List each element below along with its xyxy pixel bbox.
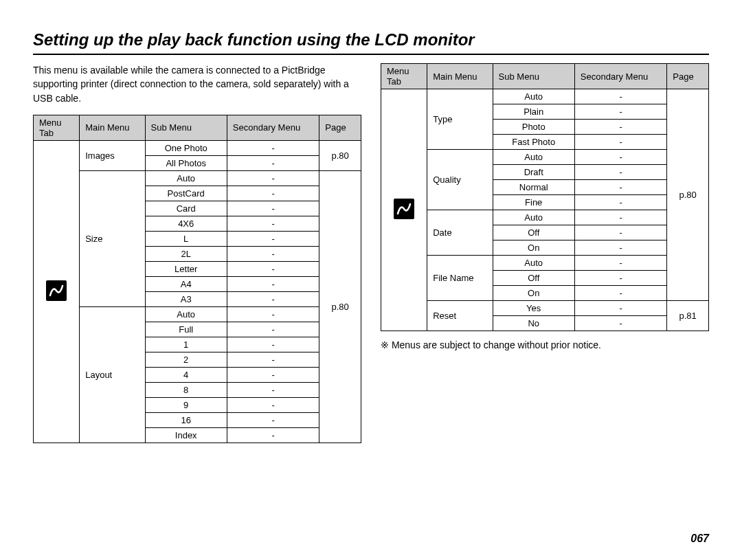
sub: Full (145, 322, 227, 337)
sec: - (227, 201, 319, 216)
sub: Auto (145, 170, 227, 186)
table-row: Reset Yes - p.81 (381, 301, 709, 316)
sec: - (227, 261, 319, 276)
sec: - (574, 256, 666, 271)
sub: Auto (493, 256, 574, 271)
sec: - (227, 397, 319, 412)
th-page: Page (319, 115, 361, 140)
sub: Auto (145, 306, 227, 322)
sec: - (574, 286, 666, 301)
page-title: Setting up the play back function using … (33, 30, 709, 49)
sec: - (227, 427, 319, 443)
sub: Normal (493, 180, 574, 195)
sub: Fine (493, 195, 574, 210)
sec: - (227, 186, 319, 201)
th-secondary-menu: Secondary Menu (227, 115, 319, 140)
sec: - (574, 89, 666, 104)
title-rule (33, 54, 709, 55)
sub: Yes (493, 301, 574, 316)
sec: - (227, 352, 319, 367)
sec: - (227, 412, 319, 427)
sec: - (574, 104, 666, 120)
right-column: Menu Tab Main Menu Sub Menu Secondary Me… (381, 63, 709, 443)
sec: - (227, 367, 319, 382)
sub: 8 (145, 382, 227, 397)
sec: - (227, 382, 319, 397)
pictbridge-icon (394, 199, 414, 219)
pictbridge-icon-cell (381, 89, 427, 331)
sec: - (574, 225, 666, 240)
sec: - (574, 120, 666, 135)
sub: Card (145, 201, 227, 216)
left-column: This menu is available while the camera … (33, 63, 361, 443)
th-menu-tab: Menu Tab (381, 64, 427, 89)
intro-text: This menu is available while the camera … (33, 63, 361, 105)
th-sub-menu: Sub Menu (145, 115, 227, 140)
sub: Index (145, 427, 227, 443)
sub: On (493, 286, 574, 301)
table-row: Size Auto - p.80 (34, 170, 361, 186)
table-row: Type Auto - p.80 (381, 89, 709, 104)
sub: 4 (145, 367, 227, 382)
sec: - (574, 240, 666, 256)
sec: - (227, 140, 319, 155)
main-date: Date (427, 210, 493, 256)
main-filename: File Name (427, 256, 493, 301)
sec: - (574, 301, 666, 316)
table-row: Date Auto - (381, 210, 709, 225)
sec: - (227, 337, 319, 352)
footnote: ※ Menus are subject to change without pr… (381, 339, 709, 350)
sub: Auto (493, 89, 574, 104)
sub: 1 (145, 337, 227, 352)
pictbridge-table-2: Menu Tab Main Menu Sub Menu Secondary Me… (381, 63, 709, 331)
sec: - (574, 316, 666, 331)
sec: - (574, 165, 666, 180)
sec: - (574, 180, 666, 195)
th-sub-menu: Sub Menu (493, 64, 574, 89)
pictbridge-icon (46, 280, 67, 301)
table-header-row: Menu Tab Main Menu Sub Menu Secondary Me… (381, 64, 709, 89)
page-ref: p.80 (667, 89, 709, 301)
sec: - (227, 276, 319, 291)
sec: - (227, 246, 319, 261)
th-main-menu: Main Menu (80, 115, 145, 140)
sec: - (227, 291, 319, 306)
sub: A3 (145, 291, 227, 306)
main-reset: Reset (427, 301, 493, 331)
table-row: Quality Auto - (381, 150, 709, 165)
sub: No (493, 316, 574, 331)
sec: - (227, 216, 319, 231)
sec: - (227, 170, 319, 186)
sec: - (574, 210, 666, 225)
sub: Auto (493, 210, 574, 225)
sub: 16 (145, 412, 227, 427)
table-row: Images One Photo - p.80 (34, 140, 361, 155)
sub: All Photos (145, 155, 227, 170)
sec: - (227, 155, 319, 170)
th-page: Page (667, 64, 709, 89)
page-ref: p.80 (319, 170, 361, 443)
sec: - (227, 231, 319, 246)
content-columns: This menu is available while the camera … (33, 63, 709, 443)
sub: Off (493, 225, 574, 240)
sub: Plain (493, 104, 574, 120)
sub: Fast Photo (493, 135, 574, 150)
th-secondary-menu: Secondary Menu (574, 64, 666, 89)
main-quality: Quality (427, 150, 493, 210)
pictbridge-table-1: Menu Tab Main Menu Sub Menu Secondary Me… (33, 115, 361, 443)
sec: - (574, 271, 666, 286)
main-size: Size (80, 170, 145, 306)
page-number: 067 (690, 533, 709, 545)
sub: Draft (493, 165, 574, 180)
sub: L (145, 231, 227, 246)
table-row: Layout Auto - (34, 306, 361, 322)
sub: On (493, 240, 574, 256)
main-layout: Layout (80, 306, 145, 443)
sub: A4 (145, 276, 227, 291)
sub: 2L (145, 246, 227, 261)
table-row: File Name Auto - (381, 256, 709, 271)
sec: - (574, 135, 666, 150)
sec: - (227, 322, 319, 337)
sec: - (574, 150, 666, 165)
sub: One Photo (145, 140, 227, 155)
